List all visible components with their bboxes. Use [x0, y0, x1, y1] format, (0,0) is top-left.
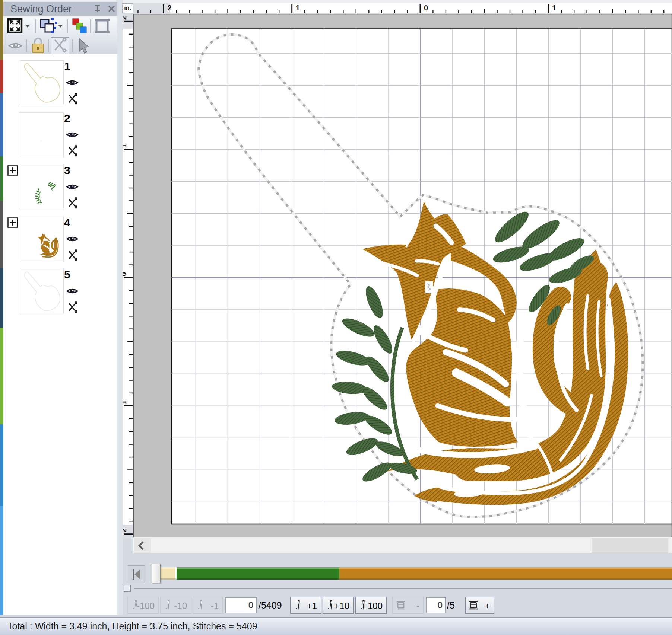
svg-text:0: 0 [424, 4, 428, 12]
svg-text:4: 4 [64, 216, 70, 229]
svg-text:1: 1 [296, 4, 300, 12]
svg-text:1: 1 [123, 144, 128, 148]
svg-text:1: 1 [64, 60, 70, 72]
svg-text:1: 1 [552, 4, 556, 12]
svg-text:0: 0 [123, 272, 128, 276]
svg-text:5: 5 [64, 268, 70, 281]
svg-text:2: 2 [123, 16, 128, 20]
svg-text:2: 2 [123, 528, 128, 532]
svg-text:1: 1 [123, 400, 128, 404]
svg-text:2: 2 [64, 112, 70, 124]
svg-text:2: 2 [167, 4, 171, 12]
svg-text:3: 3 [64, 164, 70, 176]
